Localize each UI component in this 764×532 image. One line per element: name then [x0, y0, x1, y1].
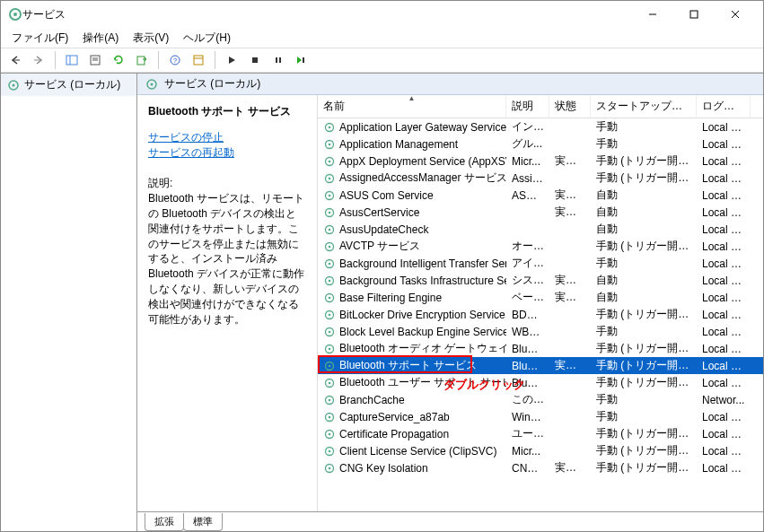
- service-startup: 自動: [591, 205, 697, 220]
- service-row[interactable]: Block Level Backup Engine ServiceWBE...手…: [318, 323, 763, 340]
- tree-root-node[interactable]: サービス (ローカル): [1, 74, 136, 96]
- svg-point-55: [329, 364, 331, 367]
- export-button[interactable]: [131, 50, 153, 70]
- svg-rect-8: [66, 56, 77, 65]
- service-row[interactable]: AsusUpdateCheck自動Local S...: [318, 221, 763, 238]
- service-startup: 手動: [591, 256, 697, 271]
- service-row[interactable]: Base Filtering Engineベース...実行中自動Local S.…: [318, 289, 763, 306]
- minimize-button[interactable]: [632, 1, 673, 28]
- svg-point-53: [329, 347, 331, 350]
- menu-file[interactable]: ファイル(F): [6, 29, 74, 48]
- service-row[interactable]: Background Tasks Infrastructure Ser...シス…: [318, 272, 763, 289]
- service-row[interactable]: Application Layer Gateway Serviceインタ...手…: [318, 118, 763, 135]
- service-row[interactable]: AVCTP サービスオーデ...手動 (トリガー開始)Local S...: [318, 238, 763, 255]
- service-row[interactable]: BitLocker Drive Encryption ServiceBDES..…: [318, 306, 763, 323]
- prop-sheet-button[interactable]: [188, 50, 209, 70]
- service-startup: 手動 (トリガー開始): [591, 341, 697, 356]
- col-description[interactable]: 説明: [506, 95, 549, 118]
- stop-service-button[interactable]: [244, 50, 266, 70]
- col-name[interactable]: 名前▲: [318, 95, 506, 118]
- service-startup: 手動 (トリガー開始): [591, 426, 697, 441]
- service-desc: Micr...: [506, 445, 549, 458]
- service-row[interactable]: ASUS Com ServiceASUS...実行中自動Local S...: [318, 187, 763, 204]
- service-row[interactable]: AssignedAccessManager サービスAssig...手動 (トリ…: [318, 170, 763, 187]
- service-logon: Local S...: [697, 445, 751, 458]
- col-status[interactable]: 状態: [549, 95, 591, 118]
- properties-button[interactable]: [84, 50, 106, 70]
- service-desc: このサ...: [506, 392, 549, 407]
- service-name: AVCTP サービス: [339, 239, 420, 254]
- service-row[interactable]: CaptureService_a87abWind...手動Local S...: [318, 408, 763, 425]
- svg-point-43: [329, 262, 331, 265]
- service-name: Client License Service (ClipSVC): [339, 445, 496, 458]
- menu-help[interactable]: ヘルプ(H): [178, 29, 236, 48]
- service-row[interactable]: Application Managementグル...手動Local S...: [318, 135, 763, 153]
- stop-service-link[interactable]: サービスの停止: [148, 130, 306, 145]
- restart-service-button[interactable]: [291, 50, 312, 70]
- service-row[interactable]: Certificate Propagationユーザ...手動 (トリガー開始)…: [318, 425, 763, 442]
- toolbar-separator: [158, 51, 159, 69]
- service-desc: Bluet...: [506, 377, 549, 389]
- svg-point-59: [329, 398, 331, 401]
- description-label: 説明:: [148, 176, 306, 191]
- service-name: Base Filtering Engine: [339, 292, 442, 304]
- show-hide-tree-button[interactable]: [61, 50, 83, 70]
- service-name: BitLocker Drive Encryption Service: [339, 309, 505, 321]
- service-row[interactable]: AsusCertService実行中自動Local S...: [318, 204, 763, 221]
- service-logon: Local S...: [697, 223, 751, 236]
- tab-standard[interactable]: 標準: [183, 513, 223, 531]
- svg-point-47: [329, 296, 331, 299]
- refresh-button[interactable]: [108, 50, 129, 70]
- service-row[interactable]: Background Intelligent Transfer Ser...アイ…: [318, 255, 763, 272]
- pause-service-button[interactable]: [268, 50, 289, 70]
- svg-point-25: [151, 83, 154, 85]
- col-logon[interactable]: ログオン: [697, 95, 751, 118]
- service-row[interactable]: Bluetooth オーディオ ゲートウェイ サービスBluet...手動 (ト…: [318, 340, 763, 357]
- service-row[interactable]: AppX Deployment Service (AppXSVC)Micr...…: [318, 153, 763, 170]
- col-startup[interactable]: スタートアップの種類: [591, 95, 697, 118]
- svg-point-65: [329, 449, 331, 452]
- maximize-button[interactable]: [673, 1, 715, 28]
- service-startup: 手動: [591, 324, 697, 339]
- service-logon: Local S...: [697, 206, 751, 219]
- svg-rect-21: [303, 57, 304, 63]
- restart-service-link[interactable]: サービスの再起動: [148, 145, 306, 161]
- service-status: 実行中: [549, 205, 591, 220]
- service-logon: Networ...: [697, 394, 751, 406]
- help-button[interactable]: ?: [164, 50, 186, 70]
- service-logon: Local S...: [697, 121, 751, 134]
- start-service-button[interactable]: [221, 50, 242, 70]
- close-button[interactable]: [715, 1, 756, 28]
- service-startup: 手動 (トリガー開始): [591, 307, 697, 322]
- service-desc: インタ...: [506, 119, 549, 135]
- service-startup: 手動: [591, 392, 697, 407]
- service-row[interactable]: Bluetooth ユーザー サポート サービス_a8...Bluet...手動…: [318, 374, 763, 391]
- back-button[interactable]: [4, 50, 26, 70]
- service-name: Application Layer Gateway Service: [339, 121, 506, 134]
- selected-service-name: Bluetooth サポート サービス: [148, 104, 306, 119]
- forward-button[interactable]: [28, 50, 49, 70]
- service-startup: 手動: [591, 119, 697, 135]
- menu-action[interactable]: 操作(A): [77, 29, 124, 48]
- service-status: 実行中: [549, 273, 591, 288]
- service-row[interactable]: Client License Service (ClipSVC)Micr...手…: [318, 442, 763, 459]
- svg-point-39: [329, 228, 331, 231]
- service-logon: Local S...: [697, 360, 751, 372]
- service-desc: ASUS...: [506, 189, 549, 202]
- svg-point-29: [329, 143, 331, 145]
- service-status: 実行中: [549, 358, 591, 373]
- tab-extended[interactable]: 拡張: [145, 513, 184, 531]
- service-name: BranchCache: [339, 394, 405, 406]
- service-list[interactable]: 名前▲ 説明 状態 スタートアップの種類 ログオン Application La…: [317, 95, 763, 511]
- service-row[interactable]: CNG Key IsolationCNG ...実行中手動 (トリガー開始)Lo…: [318, 459, 763, 476]
- service-logon: Local S...: [697, 172, 751, 185]
- service-row[interactable]: Bluetooth サポート サービスBluet...実行中手動 (トリガー開始…: [318, 357, 763, 374]
- menu-view[interactable]: 表示(V): [127, 29, 174, 48]
- service-startup: 自動: [591, 188, 697, 203]
- view-tabs: 拡張 標準: [137, 511, 763, 531]
- service-row[interactable]: BranchCacheこのサ...手動Networ...: [318, 391, 763, 408]
- tree-pane: サービス (ローカル): [1, 74, 137, 531]
- svg-point-57: [329, 381, 331, 384]
- service-logon: Local S...: [697, 343, 751, 355]
- service-name: AppX Deployment Service (AppXSVC): [339, 155, 506, 168]
